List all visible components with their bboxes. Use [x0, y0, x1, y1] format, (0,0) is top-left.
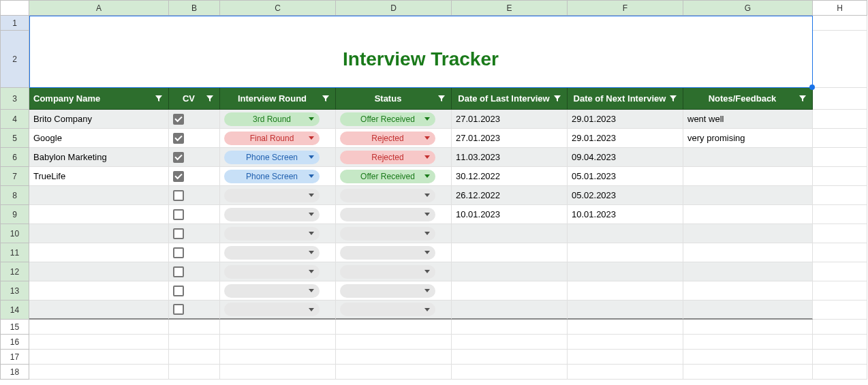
- cell-H13[interactable]: [813, 281, 867, 301]
- row-head-9[interactable]: 9: [0, 205, 29, 224]
- cell-next-date[interactable]: [568, 262, 683, 281]
- row-head-12[interactable]: 12: [0, 262, 29, 281]
- cell-notes[interactable]: [683, 148, 813, 167]
- cell-cv[interactable]: [169, 224, 220, 243]
- row-head-14[interactable]: 14: [0, 301, 29, 320]
- row-head-16[interactable]: 16: [0, 335, 29, 350]
- blank-cell[interactable]: [452, 335, 568, 350]
- blank-cell[interactable]: [169, 335, 220, 350]
- blank-cell[interactable]: [29, 335, 169, 350]
- cell-notes[interactable]: [683, 167, 813, 186]
- cell-next-date[interactable]: 05.01.2023: [568, 167, 683, 186]
- header-company[interactable]: Company Name: [29, 88, 169, 110]
- filter-icon[interactable]: [436, 93, 447, 104]
- cv-checkbox[interactable]: [173, 228, 184, 239]
- cv-checkbox[interactable]: [173, 247, 184, 258]
- row-head-13[interactable]: 13: [0, 281, 29, 301]
- cell-status[interactable]: [336, 224, 452, 243]
- row-head-15[interactable]: 15: [0, 320, 29, 335]
- blank-cell[interactable]: [169, 350, 220, 365]
- header-round[interactable]: Interview Round: [220, 88, 336, 110]
- round-dropdown[interactable]: 3rd Round: [224, 112, 320, 126]
- cell-round[interactable]: [220, 205, 336, 224]
- cell-status[interactable]: Offer Received: [336, 110, 452, 129]
- header-nextDate[interactable]: Date of Next Interview: [568, 88, 683, 110]
- cell-company[interactable]: [29, 262, 169, 281]
- cell-last-date[interactable]: 10.01.2023: [452, 205, 568, 224]
- header-lastDate[interactable]: Date of Last Interview: [452, 88, 568, 110]
- col-head-H[interactable]: H: [813, 0, 867, 16]
- cell-next-date[interactable]: 29.01.2023: [568, 129, 683, 148]
- status-dropdown[interactable]: Offer Received: [340, 112, 435, 126]
- round-dropdown[interactable]: [224, 246, 320, 260]
- status-dropdown[interactable]: [340, 227, 435, 241]
- cv-checkbox[interactable]: [173, 266, 184, 277]
- status-dropdown[interactable]: Rejected: [340, 151, 435, 164]
- cell-H6[interactable]: [813, 148, 867, 167]
- cv-checkbox[interactable]: [173, 152, 184, 163]
- cell-last-date[interactable]: [452, 281, 568, 301]
- cell-last-date[interactable]: 26.12.2022: [452, 186, 568, 205]
- cell-H12[interactable]: [813, 262, 867, 281]
- cell-notes[interactable]: [683, 301, 813, 320]
- cell-next-date[interactable]: 05.02.2023: [568, 186, 683, 205]
- row-head-17[interactable]: 17: [0, 350, 29, 365]
- cell-notes[interactable]: [683, 186, 813, 205]
- cell-status[interactable]: [336, 186, 452, 205]
- cell-H11[interactable]: [813, 243, 867, 262]
- blank-cell[interactable]: [683, 320, 813, 335]
- cell-next-date[interactable]: [568, 281, 683, 301]
- cell-notes[interactable]: [683, 262, 813, 281]
- blank-cell[interactable]: [813, 335, 867, 350]
- row-head-10[interactable]: 10: [0, 224, 29, 243]
- cell-notes[interactable]: [683, 224, 813, 243]
- cv-checkbox[interactable]: [173, 171, 184, 182]
- filter-icon[interactable]: [552, 93, 563, 104]
- cell-round[interactable]: [220, 186, 336, 205]
- status-dropdown[interactable]: [340, 189, 435, 202]
- cell-company[interactable]: Google: [29, 129, 169, 148]
- row-head-6[interactable]: 6: [0, 148, 29, 167]
- blank-cell[interactable]: [683, 365, 813, 380]
- blank-cell[interactable]: [452, 320, 568, 335]
- cell-H8[interactable]: [813, 186, 867, 205]
- cv-checkbox[interactable]: [173, 209, 184, 220]
- cell-H7[interactable]: [813, 167, 867, 186]
- status-dropdown[interactable]: [340, 303, 435, 316]
- status-dropdown[interactable]: [340, 246, 435, 260]
- cell-next-date[interactable]: [568, 224, 683, 243]
- blank-cell[interactable]: [568, 320, 683, 335]
- round-dropdown[interactable]: [224, 265, 320, 279]
- blank-cell[interactable]: [220, 365, 336, 380]
- cell-status[interactable]: Rejected: [336, 129, 452, 148]
- cell-status[interactable]: Rejected: [336, 148, 452, 167]
- status-dropdown[interactable]: [340, 265, 435, 279]
- row-head-5[interactable]: 5: [0, 129, 29, 148]
- blank-cell[interactable]: [568, 335, 683, 350]
- round-dropdown[interactable]: Final Round: [224, 132, 320, 145]
- blank-cell[interactable]: [336, 335, 452, 350]
- cell-cv[interactable]: [169, 262, 220, 281]
- cell-last-date[interactable]: 27.01.2023: [452, 129, 568, 148]
- cell-company[interactable]: [29, 281, 169, 301]
- cell-H2[interactable]: [813, 31, 867, 88]
- cell-company[interactable]: [29, 224, 169, 243]
- cell-last-date[interactable]: 30.12.2022: [452, 167, 568, 186]
- blank-cell[interactable]: [813, 320, 867, 335]
- cell-company[interactable]: [29, 301, 169, 320]
- cell-H3[interactable]: [813, 88, 867, 110]
- cell-round[interactable]: [220, 301, 336, 320]
- round-dropdown[interactable]: [224, 303, 320, 316]
- row-head-4[interactable]: 4: [0, 110, 29, 129]
- cv-checkbox[interactable]: [173, 286, 184, 296]
- cell-cv[interactable]: [169, 110, 220, 129]
- blank-cell[interactable]: [452, 350, 568, 365]
- row-head-8[interactable]: 8: [0, 186, 29, 205]
- blank-cell[interactable]: [29, 365, 169, 380]
- status-dropdown[interactable]: Offer Received: [340, 170, 435, 183]
- status-dropdown[interactable]: Rejected: [340, 132, 435, 145]
- cell-status[interactable]: [336, 301, 452, 320]
- header-notes[interactable]: Notes/Feedback: [683, 88, 813, 110]
- filter-icon[interactable]: [320, 93, 331, 104]
- cell-cv[interactable]: [169, 205, 220, 224]
